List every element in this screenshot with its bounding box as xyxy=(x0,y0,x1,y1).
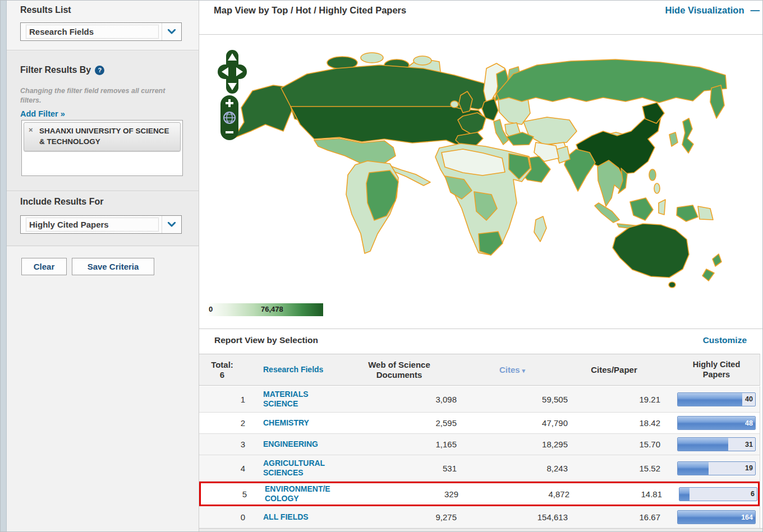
docs-cell: 2,595 xyxy=(342,418,457,428)
cites-cell: 47,790 xyxy=(457,418,568,428)
research-field-link[interactable]: AGRICULTURAL SCIENCES xyxy=(263,459,342,478)
zoom-out-icon xyxy=(226,131,233,133)
cites-per-paper-cell: 19.21 xyxy=(568,395,660,404)
world-map-visualization[interactable]: 0 76,478 xyxy=(199,35,763,329)
report-table-header: Total: 6 Research Fields Web of Science … xyxy=(199,354,760,386)
hcp-value: 40 xyxy=(745,395,753,403)
add-filter-link[interactable]: Add Filter » xyxy=(20,109,65,118)
cites-cell: 59,505 xyxy=(457,395,568,404)
legend-max-label: 76,478 xyxy=(261,305,283,313)
research-field-link[interactable]: ENGINEERING xyxy=(263,440,342,449)
hcp-value: 48 xyxy=(745,419,753,427)
table-row: 0 ALL FIELDS 9,275 154,613 16.67 164 xyxy=(199,506,760,529)
filter-section: Filter Results By ? Changing the filter … xyxy=(7,51,199,191)
docs-cell: 3,098 xyxy=(342,395,457,404)
chevron-down-icon xyxy=(162,216,181,233)
main-panel: Map View by Top / Hot / Highly Cited Pap… xyxy=(199,1,763,531)
sidebar: Results List Research Fields Filter Resu… xyxy=(7,1,199,531)
map-header: Map View by Top / Hot / Highly Cited Pap… xyxy=(199,1,763,35)
hcp-bar: 19 xyxy=(677,461,756,475)
cites-per-paper-cell: 15.52 xyxy=(568,464,660,473)
rank-cell: 0 xyxy=(199,512,245,522)
esi-results-page: Results List Research Fields Filter Resu… xyxy=(0,0,763,532)
cites-per-paper-cell: 18.42 xyxy=(568,418,660,428)
column-header-wos-documents: Web of Science Documents xyxy=(342,360,457,380)
include-results-title: Include Results For xyxy=(20,197,103,207)
docs-cell: 9,275 xyxy=(342,512,457,522)
filter-title-label: Filter Results By xyxy=(20,65,91,75)
results-list-section: Results List Research Fields xyxy=(7,1,199,50)
include-results-dropdown[interactable]: Highly Cited Papers xyxy=(20,215,182,234)
hcp-bar: 40 xyxy=(677,392,756,406)
include-results-dropdown-value: Highly Cited Papers xyxy=(26,218,159,232)
rank-cell: 1 xyxy=(199,395,245,404)
hcp-bar: 164 xyxy=(677,510,756,524)
research-field-link[interactable]: ENVIRONMENT/E​COLOGY xyxy=(265,484,343,503)
results-list-title: Results List xyxy=(20,5,71,15)
rank-cell: 5 xyxy=(201,489,247,499)
hcp-value: 31 xyxy=(745,441,753,448)
table-row: 3 ENGINEERING 1,165 18,295 15.70 31 xyxy=(199,434,760,455)
choropleth-legend: 0 76,478 xyxy=(206,303,323,316)
map-view-title: Map View by Top / Hot / Highly Cited Pap… xyxy=(214,5,406,16)
hcp-bar: 6 xyxy=(679,487,757,501)
save-criteria-button[interactable]: Save Criteria xyxy=(72,258,154,275)
results-list-dropdown-value: Research Fields xyxy=(26,25,159,39)
cites-per-paper-cell: 16.67 xyxy=(568,512,660,522)
cites-cell: 4,872 xyxy=(458,489,569,499)
minus-icon: — xyxy=(751,5,760,16)
docs-cell: 531 xyxy=(342,464,457,473)
customize-link[interactable]: Customize xyxy=(703,335,747,345)
map-zoom-control[interactable] xyxy=(220,95,238,140)
rank-cell: 3 xyxy=(199,440,245,449)
include-results-section: Include Results For Highly Cited Papers xyxy=(7,192,199,246)
clear-button[interactable]: Clear xyxy=(21,258,67,275)
hide-visualization-link[interactable]: Hide Visualization — xyxy=(665,5,760,16)
bottom-strip xyxy=(199,528,763,532)
filter-note: Changing the filter field removes all cu… xyxy=(20,86,178,105)
column-header-cites[interactable]: Cites▾ xyxy=(457,365,568,375)
table-row: 4 AGRICULTURAL SCIENCES 531 8,243 15.52 … xyxy=(199,455,760,482)
cites-per-paper-cell: 15.70 xyxy=(568,440,660,449)
filter-tag-label: SHAANXI UNIVERSITY OF SCIENCE & TECHNOLO… xyxy=(39,127,169,146)
sort-down-icon: ▾ xyxy=(522,367,526,374)
help-icon[interactable]: ? xyxy=(95,66,104,75)
filter-title: Filter Results By ? xyxy=(20,65,104,75)
report-view-title: Report View by Selection xyxy=(214,335,318,345)
hcp-bar: 31 xyxy=(677,437,756,451)
rank-cell: 4 xyxy=(199,464,245,473)
report-header: Report View by Selection Customize xyxy=(199,329,763,354)
research-field-link[interactable]: ALL FIELDS xyxy=(263,512,342,522)
criteria-actions-section: Clear Save Criteria xyxy=(7,247,199,531)
chevron-down-icon xyxy=(162,23,181,40)
map-pan-control[interactable] xyxy=(218,50,247,94)
cites-per-paper-cell: 14.81 xyxy=(569,489,662,499)
filter-tag: × SHAANXI UNIVERSITY OF SCIENCE & TECHNO… xyxy=(24,122,181,151)
cites-cell: 8,243 xyxy=(457,464,568,473)
choropleth-world-map[interactable] xyxy=(199,35,763,329)
hide-visualization-label: Hide Visualization xyxy=(665,5,744,16)
vertical-scrollbar[interactable] xyxy=(1,1,7,531)
table-row: 1 MATERIALS SCIENCE 3,098 59,505 19.21 4… xyxy=(199,386,760,413)
column-header-highly-cited-papers: Highly Cited Papers xyxy=(677,360,756,380)
cites-cell: 18,295 xyxy=(457,440,568,449)
close-icon[interactable]: × xyxy=(29,126,33,133)
cites-cell: 154,613 xyxy=(457,512,568,522)
legend-min-label: 0 xyxy=(209,305,213,313)
active-filters-box: × SHAANXI UNIVERSITY OF SCIENCE & TECHNO… xyxy=(21,120,183,176)
docs-cell: 1,165 xyxy=(342,440,457,449)
report-table-body: 1 MATERIALS SCIENCE 3,098 59,505 19.21 4… xyxy=(199,386,760,529)
rank-cell: 2 xyxy=(199,418,245,428)
hcp-value: 164 xyxy=(741,514,753,521)
research-field-link[interactable]: CHEMISTRY xyxy=(263,418,342,428)
table-row: 2 CHEMISTRY 2,595 47,790 18.42 48 xyxy=(199,413,760,434)
research-field-link[interactable]: MATERIALS SCIENCE xyxy=(263,390,342,409)
hcp-value: 6 xyxy=(751,490,755,498)
column-header-total: Total: 6 xyxy=(199,360,245,380)
hcp-bar: 48 xyxy=(677,416,756,430)
docs-cell: 329 xyxy=(343,489,458,499)
table-row-highlighted: 5 ENVIRONMENT/E​COLOGY 329 4,872 14.81 6 xyxy=(199,482,760,506)
results-list-dropdown[interactable]: Research Fields xyxy=(20,22,182,41)
column-header-cites-per-paper: Cites/Paper xyxy=(568,365,660,375)
column-header-research-fields: Research Fields xyxy=(263,365,342,374)
